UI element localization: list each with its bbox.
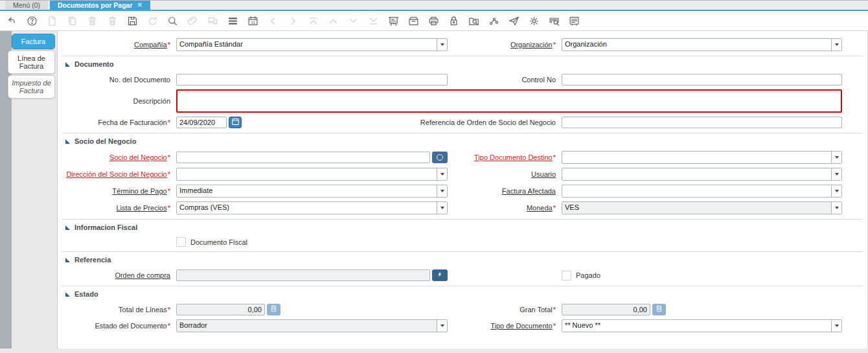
orden-de-compra-input[interactable] xyxy=(176,269,430,281)
usuario-select[interactable] xyxy=(562,168,842,181)
help-icon xyxy=(26,15,38,27)
gran-total-input[interactable]: 0,00 xyxy=(562,304,650,315)
chevron-down-icon[interactable] xyxy=(437,39,447,51)
toolbar-delete-selection-button[interactable] xyxy=(104,13,120,28)
toolbar-find-button[interactable] xyxy=(165,13,181,28)
tipo-de-documento-select[interactable]: ** Nuevo ** xyxy=(562,319,842,332)
organizacion-label: Organización* xyxy=(451,38,562,51)
toolbar-help-button[interactable] xyxy=(24,13,40,28)
toolbar-new-record-button[interactable] xyxy=(44,13,60,28)
toolbar-calendar-button[interactable]: 31 xyxy=(245,13,261,28)
chevron-down-icon[interactable] xyxy=(831,202,841,214)
toolbar-refresh-button[interactable] xyxy=(144,13,161,28)
section-header-socio-del-negocio: Socio del Negocio xyxy=(62,136,863,146)
collapse-icon[interactable] xyxy=(65,292,70,297)
chevron-down-icon[interactable] xyxy=(831,320,841,332)
tipo-documento-destino-select[interactable] xyxy=(562,151,842,164)
delete-selection-icon xyxy=(106,15,119,27)
organizacion-select[interactable]: Organización xyxy=(562,38,842,51)
chevron-down-icon[interactable] xyxy=(831,152,841,163)
sidebar-tab-impuesto-de-factura[interactable]: Impuesto de Factura xyxy=(8,75,55,98)
chevron-down-icon[interactable] xyxy=(437,168,447,180)
chevron-down-icon[interactable] xyxy=(437,185,447,197)
form-row: Documento Fiscal xyxy=(62,237,863,247)
socio-del-negocio-input[interactable] xyxy=(176,152,430,163)
toolbar-attachment-button[interactable] xyxy=(185,13,201,28)
section-estado: EstadoTotal de Líneas*0,00Gran Total*0,0… xyxy=(62,286,863,332)
tipo-documento-destino-label: Tipo Documento Destino* xyxy=(451,151,562,164)
toolbar-quick-form-button[interactable] xyxy=(566,13,582,28)
collapse-icon[interactable] xyxy=(65,258,70,262)
toolbar-requests-button[interactable] xyxy=(506,13,522,28)
toolbar-toggle-grid-button[interactable] xyxy=(225,13,241,28)
toolbar-detail-record-button[interactable] xyxy=(285,13,301,28)
termino-de-pago-select[interactable]: Immediate xyxy=(176,185,448,198)
section-header-informacion-fiscal: Informacion Fiscal xyxy=(62,222,863,233)
toolbar-chat-button[interactable] xyxy=(205,13,221,28)
direccion-socio-select[interactable] xyxy=(176,168,448,181)
descripcion-label: Descripción xyxy=(62,89,176,113)
form-row: Descripción xyxy=(62,89,863,113)
collapse-icon[interactable] xyxy=(65,62,70,67)
close-icon[interactable]: ✕ xyxy=(137,2,143,8)
toolbar-product-info-button[interactable] xyxy=(546,13,562,28)
toolbar-first-record-button[interactable] xyxy=(305,13,321,28)
chevron-down-icon[interactable] xyxy=(437,202,447,214)
window-tab-documentos-por-pagar[interactable]: Documentos por Pagar✕ xyxy=(50,1,150,10)
toolbar-lock-button[interactable] xyxy=(446,13,462,28)
socio-del-negocio-record-button[interactable] xyxy=(432,152,448,163)
chat-icon xyxy=(207,15,219,27)
fecha-de-facturacion-input[interactable]: 24/09/2020 xyxy=(176,117,227,128)
collapse-icon[interactable] xyxy=(65,225,70,230)
toolbar-report-button[interactable] xyxy=(385,13,402,28)
chevron-down-icon[interactable] xyxy=(831,39,841,51)
collapse-icon[interactable] xyxy=(65,139,70,144)
compania-label: Compañía* xyxy=(62,38,176,51)
no-del-documento-input[interactable] xyxy=(176,74,448,85)
chevron-down-icon[interactable] xyxy=(831,168,841,180)
factura-afectada-select[interactable] xyxy=(562,185,842,198)
toolbar-delete-record-button[interactable] xyxy=(84,13,100,28)
window-tab-bar: Menú (0)Documentos por Pagar✕ xyxy=(0,1,868,11)
documento-fiscal-checkbox[interactable] xyxy=(176,237,186,247)
print-icon xyxy=(428,15,440,27)
pagado-checkbox[interactable] xyxy=(562,271,571,280)
toolbar-preferences-button[interactable] xyxy=(526,13,542,28)
sidebar-tab-linea-de-factura[interactable]: Línea de Factura xyxy=(8,51,55,74)
descripcion-textarea[interactable] xyxy=(176,89,842,113)
toolbar-zoom-across-button[interactable] xyxy=(466,13,482,28)
toolbar-next-record-button[interactable] xyxy=(345,13,361,28)
report-icon xyxy=(387,15,400,27)
moneda-select[interactable]: VES xyxy=(562,201,842,214)
toolbar-save-button[interactable] xyxy=(124,13,141,28)
compania-select[interactable]: Compañía Estándar xyxy=(176,38,448,51)
form-row: Fecha de Facturación*24/09/2020Referenci… xyxy=(62,117,863,128)
toolbar-copy-record-button[interactable] xyxy=(64,13,80,28)
chevron-down-icon[interactable] xyxy=(437,320,447,332)
chevron-down-icon[interactable] xyxy=(831,185,841,197)
estado-del-documento-select[interactable]: Borrador xyxy=(176,319,448,332)
toolbar-previous-record-button[interactable] xyxy=(325,13,341,28)
calculator-button[interactable] xyxy=(267,304,280,315)
toolbar-parent-record-button[interactable] xyxy=(265,13,281,28)
moneda-label: Moneda* xyxy=(451,201,562,214)
lock-icon xyxy=(448,15,460,27)
window-tab-menu[interactable]: Menú (0) xyxy=(5,1,48,10)
sidebar-tab-factura[interactable]: Factura xyxy=(12,34,55,49)
calculator-button[interactable] xyxy=(652,304,666,315)
lista-de-precios-select[interactable]: Compras (VES) xyxy=(176,201,448,214)
documento-fiscal-label xyxy=(62,237,176,247)
pagado-checkbox-label: Pagado xyxy=(576,271,600,279)
toolbar-last-record-button[interactable] xyxy=(365,13,382,28)
toolbar-undo-button[interactable] xyxy=(4,13,20,28)
control-no-input[interactable] xyxy=(562,74,842,85)
calendar-button[interactable] xyxy=(229,117,242,128)
toolbar-archive-button[interactable] xyxy=(405,13,422,28)
toolbar-print-button[interactable] xyxy=(426,13,442,28)
total-de-lineas-input[interactable]: 0,00 xyxy=(176,304,265,315)
orden-de-compra-zoom-button[interactable] xyxy=(432,269,448,281)
toolbar-workflow-button[interactable] xyxy=(486,13,502,28)
svg-text:31: 31 xyxy=(251,20,255,24)
section-informacion-fiscal: Informacion FiscalDocumento Fiscal xyxy=(62,219,863,247)
referencia-orden-socio-input[interactable] xyxy=(562,117,842,128)
